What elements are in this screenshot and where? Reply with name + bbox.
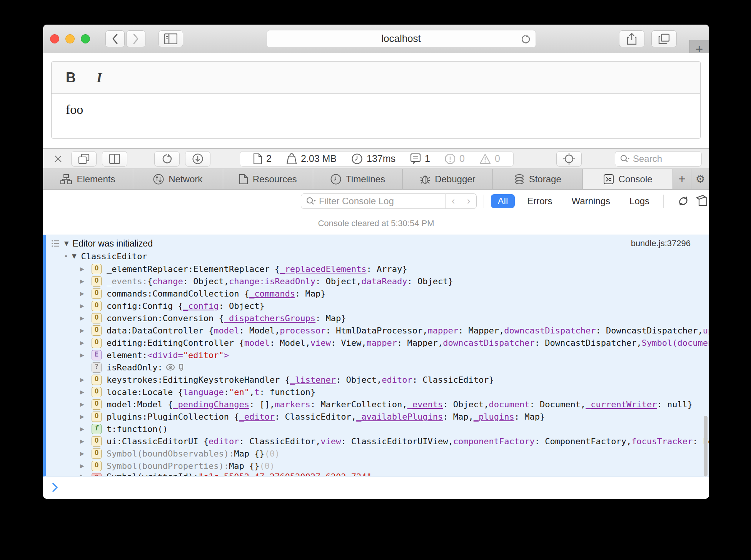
disclosure-collapsed-icon[interactable]: ▶: [80, 377, 92, 383]
object-property-row[interactable]: ?isReadOnly:: [46, 361, 709, 373]
tab-debugger[interactable]: Debugger: [403, 169, 493, 189]
detach-inspector-button[interactable]: [71, 151, 97, 167]
value-segment: <div: [147, 350, 168, 360]
disclosure-collapsed-icon[interactable]: ▶: [80, 278, 92, 284]
disclosure-collapsed-icon[interactable]: ▶: [80, 401, 92, 407]
dock-side-button[interactable]: [102, 151, 127, 167]
object-property-row[interactable]: ▶Olocale: Locale {language: "en", t: fun…: [46, 386, 709, 398]
disclosure-collapsed-icon[interactable]: ▶: [80, 413, 92, 420]
console-filter-input[interactable]: [319, 196, 441, 207]
back-button[interactable]: [105, 30, 125, 47]
zoom-window-button[interactable]: [81, 34, 90, 43]
disclosure-collapsed-icon[interactable]: ▶: [80, 438, 92, 444]
sidebar-button[interactable]: [159, 30, 183, 47]
tab-elements[interactable]: Elements: [43, 169, 133, 189]
tab-resources[interactable]: Resources: [223, 169, 313, 189]
value-segment: CommandCollection {: [152, 289, 249, 298]
close-window-button[interactable]: [50, 34, 59, 43]
close-inspector-button[interactable]: [50, 151, 66, 167]
stat-warnings[interactable]: 0: [479, 153, 500, 164]
scope-all[interactable]: All: [491, 194, 515, 208]
pencil-icon[interactable]: [178, 363, 184, 372]
inspector-settings-button[interactable]: ⚙: [691, 173, 709, 185]
object-property-row[interactable]: ▶Odata: DataController {model: Model, pr…: [46, 324, 709, 337]
stat-size[interactable]: 2.03 MB: [286, 153, 337, 165]
object-property-row[interactable]: ▶Eelement: <div id="editor">: [46, 349, 709, 361]
console-log-entry[interactable]: ▼ Editor was initialized bundle.js:37296…: [43, 235, 709, 477]
console-output[interactable]: Console cleared at 5:30:54 PM ▼ Editor w…: [43, 212, 709, 477]
object-header[interactable]: • ▼ ClassicEditor: [46, 250, 709, 263]
log-header[interactable]: ▼ Editor was initialized bundle.js:37296: [46, 235, 709, 250]
share-button[interactable]: [619, 30, 644, 47]
reload-icon: [161, 153, 173, 165]
object-property-row[interactable]: ▶OSymbol(boundObservables): Map {} (0): [46, 447, 709, 460]
object-property-row[interactable]: ▶Ocommands: CommandCollection {_commands…: [46, 287, 709, 300]
disclosure-collapsed-icon[interactable]: ▶: [80, 315, 92, 321]
disclosure-collapsed-icon[interactable]: ▶: [80, 450, 92, 457]
object-property-row[interactable]: ▶Omodel: Model {_pendingChanges: [], mar…: [46, 398, 709, 410]
console-icon: [603, 174, 614, 185]
object-property-row[interactable]: ▶Oconfig: Config {_config: Object}: [46, 300, 709, 312]
console-filter-field[interactable]: [301, 193, 446, 209]
scope-errors[interactable]: Errors: [520, 194, 559, 208]
object-property-row[interactable]: ▶O_elementReplacer: ElementReplacer {_re…: [46, 263, 709, 275]
object-property-row[interactable]: ▶Oui: ClassicEditorUI {editor: ClassicEd…: [46, 435, 709, 447]
stat-documents[interactable]: 2: [253, 153, 272, 165]
source-location-link[interactable]: bundle.js:37296: [631, 238, 691, 248]
disclosure-expanded-icon[interactable]: ▼: [72, 253, 77, 260]
stat-logs[interactable]: 1: [410, 153, 430, 165]
preserve-log-button[interactable]: [677, 195, 690, 208]
download-page-button[interactable]: [185, 151, 210, 167]
eye-icon[interactable]: [166, 364, 175, 371]
disclosure-collapsed-icon[interactable]: ▶: [80, 352, 92, 358]
tab-timelines[interactable]: Timelines: [313, 169, 403, 189]
disclosure-expanded-icon[interactable]: ▼: [64, 240, 69, 247]
object-property-row[interactable]: ▶ft: function(): [46, 423, 709, 435]
clear-console-button[interactable]: [695, 195, 709, 208]
stat-time[interactable]: 137ms: [351, 153, 396, 165]
stat-logs-value: 1: [425, 153, 430, 164]
scope-warnings[interactable]: Warnings: [565, 194, 617, 208]
object-property-row[interactable]: ▶OSymbol(writtenId): "e1c-55052-47-27605…: [46, 472, 709, 477]
minimize-window-button[interactable]: [65, 34, 75, 43]
object-property-row[interactable]: ▶Oediting: EditingController {model: Mod…: [46, 337, 709, 349]
disclosure-collapsed-icon[interactable]: ▶: [80, 266, 92, 272]
tab-console[interactable]: Console: [583, 169, 673, 189]
reload-page-button[interactable]: [154, 151, 180, 167]
disclosure-collapsed-icon[interactable]: ▶: [80, 473, 92, 477]
object-property-row[interactable]: ▶Oplugins: PluginCollection {_editor: Cl…: [46, 410, 709, 423]
tab-storage[interactable]: Storage: [493, 169, 583, 189]
tab-overview-button[interactable]: [651, 30, 677, 47]
disclosure-collapsed-icon[interactable]: ▶: [80, 340, 92, 346]
address-bar[interactable]: [267, 30, 536, 48]
tab-network[interactable]: Network: [133, 169, 223, 189]
reload-icon[interactable]: [520, 34, 531, 45]
bold-button[interactable]: B: [63, 70, 78, 86]
next-result-button[interactable]: ›: [461, 193, 477, 209]
property-text: Symbol(boundObservables): Map {} (0): [107, 449, 709, 458]
disclosure-collapsed-icon[interactable]: ▶: [80, 290, 92, 297]
url-input[interactable]: [267, 33, 536, 45]
object-property-row[interactable]: ▶Okeystrokes: EditingKeystrokeHandler {_…: [46, 373, 709, 386]
search-input[interactable]: [633, 153, 687, 164]
console-prompt[interactable]: [43, 477, 709, 499]
disclosure-collapsed-icon[interactable]: ▶: [80, 463, 92, 469]
object-property-row[interactable]: ▶Oconversion: Conversion {_dispatchersGr…: [46, 312, 709, 324]
inspector-search[interactable]: [615, 151, 702, 167]
stat-errors[interactable]: 0: [445, 153, 465, 164]
forward-button[interactable]: [126, 30, 145, 47]
editor-content[interactable]: foo: [52, 94, 700, 139]
value-segment: _plugins: [474, 412, 514, 422]
disclosure-collapsed-icon[interactable]: ▶: [80, 389, 92, 395]
add-tab-button[interactable]: +: [673, 169, 691, 189]
italic-button[interactable]: I: [92, 70, 107, 86]
disclosure-collapsed-icon[interactable]: ▶: [80, 426, 92, 432]
scrollbar-thumb[interactable]: [704, 416, 708, 477]
disclosure-collapsed-icon[interactable]: ▶: [80, 327, 92, 333]
disclosure-collapsed-icon[interactable]: ▶: [80, 303, 92, 309]
scope-logs[interactable]: Logs: [622, 194, 656, 208]
object-property-row[interactable]: ▶O_events: {change: Object, change:isRea…: [46, 275, 709, 287]
object-property-row[interactable]: ▶OSymbol(boundProperties): Map {} (0): [46, 460, 709, 472]
previous-result-button[interactable]: ‹: [446, 193, 461, 209]
element-picker-button[interactable]: [556, 151, 582, 167]
